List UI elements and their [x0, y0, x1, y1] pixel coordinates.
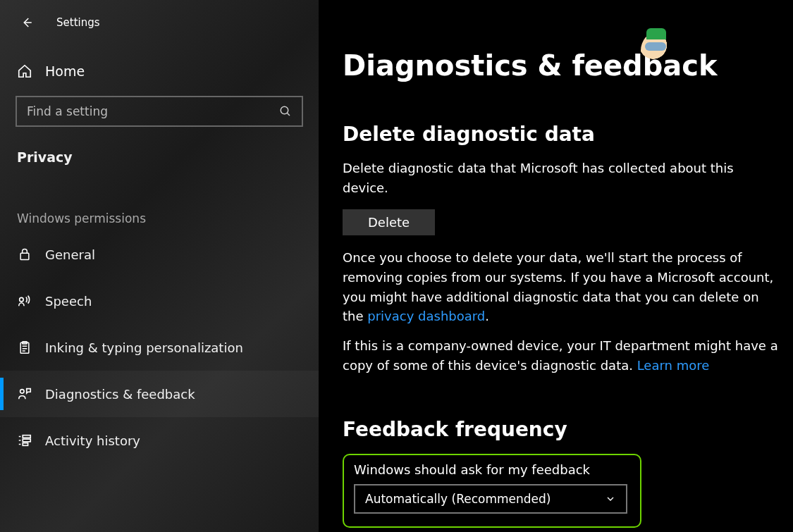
mascot-icon — [641, 32, 672, 69]
home-icon — [17, 63, 32, 79]
app-title: Settings — [56, 16, 100, 29]
feedback-dropdown-label: Windows should ask for my feedback — [354, 462, 630, 477]
privacy-dashboard-link[interactable]: privacy dashboard — [367, 309, 485, 323]
svg-rect-8 — [23, 443, 27, 446]
clipboard-icon — [17, 340, 32, 354]
timeline-icon — [17, 433, 32, 448]
feedback-section: Feedback frequency Windows should ask fo… — [343, 418, 779, 528]
group-label: Windows permissions — [0, 173, 319, 231]
sidebar-item-label: Activity history — [45, 433, 140, 448]
main-content: Diagnostics & feedback Delete diagnostic… — [319, 0, 793, 532]
delete-heading: Delete diagnostic data — [343, 123, 779, 146]
svg-point-0 — [281, 106, 288, 114]
delete-para-2: If this is a company-owned device, your … — [343, 336, 779, 376]
titlebar: Settings — [0, 7, 319, 39]
sidebar-item-label: Diagnostics & feedback — [45, 387, 195, 402]
learn-more-link[interactable]: Learn more — [637, 358, 710, 373]
sidebar-item-diagnostics[interactable]: Diagnostics & feedback — [0, 371, 319, 417]
sidebar-item-speech[interactable]: Speech — [0, 278, 319, 324]
feedback-heading: Feedback frequency — [343, 418, 779, 441]
feedback-frequency-dropdown[interactable]: Automatically (Recommended) — [354, 484, 627, 514]
svg-rect-6 — [23, 435, 30, 438]
delete-desc: Delete diagnostic data that Microsoft ha… — [343, 159, 779, 198]
feedback-icon — [17, 386, 32, 402]
svg-rect-7 — [23, 439, 30, 442]
feedback-highlight: Windows should ask for my feedback Autom… — [343, 454, 641, 528]
sidebar-item-inking[interactable]: Inking & typing personalization — [0, 324, 319, 371]
delete-para-1-post: . — [485, 309, 489, 323]
sidebar-item-label: Inking & typing personalization — [45, 340, 243, 355]
delete-para-1: Once you choose to delete your data, we'… — [343, 248, 779, 327]
sidebar-item-label: Speech — [45, 294, 92, 309]
sidebar-item-label: General — [45, 247, 95, 262]
search-icon — [279, 105, 292, 118]
delete-para-2-text: If this is a company-owned device, your … — [343, 338, 778, 373]
sidebar-item-general[interactable]: General — [0, 231, 319, 278]
search-input[interactable] — [27, 104, 279, 118]
back-arrow-icon — [20, 16, 33, 29]
home-nav[interactable]: Home — [0, 39, 319, 96]
delete-button[interactable]: Delete — [343, 209, 435, 235]
dropdown-value: Automatically (Recommended) — [365, 492, 551, 506]
chevron-down-icon — [605, 493, 616, 505]
category-label: Privacy — [0, 127, 319, 173]
sidebar: Settings Home Privacy Windows permission… — [0, 0, 319, 532]
svg-rect-1 — [20, 253, 29, 259]
lock-icon — [17, 247, 32, 261]
back-button[interactable] — [17, 13, 37, 32]
speech-icon — [17, 293, 32, 309]
svg-point-2 — [20, 297, 24, 302]
search-box[interactable] — [16, 96, 303, 127]
sidebar-item-activity[interactable]: Activity history — [0, 417, 319, 464]
page-title: Diagnostics & feedback — [343, 49, 779, 82]
svg-point-5 — [20, 390, 24, 394]
home-label: Home — [45, 63, 85, 79]
